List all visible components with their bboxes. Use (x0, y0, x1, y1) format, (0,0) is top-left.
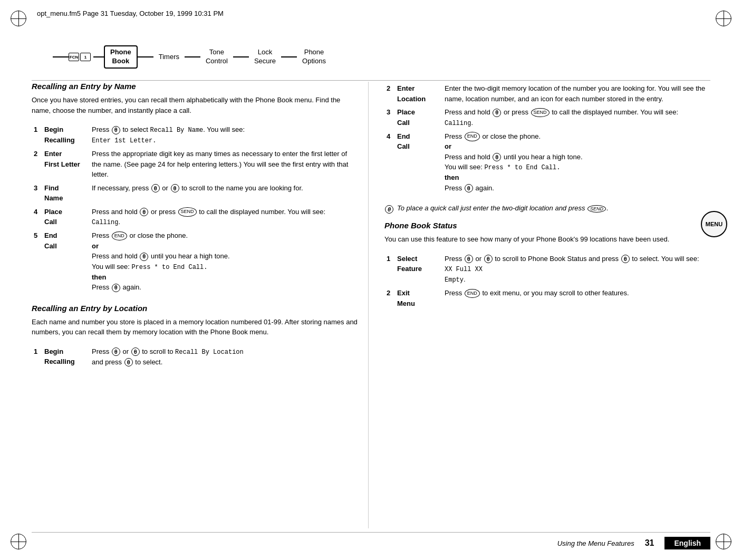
footer-page-number: 31 (645, 538, 654, 548)
theta-tip-icon: θ (385, 205, 393, 214)
or-text: or (445, 142, 451, 150)
steps-table-recall-name: 1 BeginRecalling Press θ to select Recal… (32, 123, 358, 294)
step-description: If necessary, press θ or θ to scroll to … (90, 181, 358, 205)
nav-divider (32, 80, 710, 81)
step-row: 2 EnterFirst Letter Press the appropriat… (32, 147, 358, 181)
theta-icon: θ (124, 358, 133, 366)
or-text: or (92, 242, 99, 250)
step-num: 3 (32, 181, 42, 205)
crosshair-bl (11, 534, 26, 549)
step-row: 1 BeginRecalling Press θ to select Recal… (32, 123, 358, 147)
step-label: SelectFeature (395, 252, 442, 287)
menu-button[interactable]: MENU (701, 211, 727, 237)
theta-icon: θ (112, 284, 120, 292)
nav-icons-group: FCN 1 (69, 53, 91, 61)
nav-connector-1 (93, 56, 104, 57)
step-num: 2 (384, 82, 395, 105)
step-description: Press θ to select Recall By Name. You wi… (90, 123, 358, 147)
step-label: BeginRecalling (42, 123, 90, 147)
mono-text: Press * to End Call. (131, 264, 207, 271)
mono-text: Calling (92, 219, 118, 226)
theta-icon: θ (171, 184, 179, 192)
section-title-recall-location: Recalling an Entry by Location (32, 304, 358, 313)
theta-icon: θ (621, 255, 630, 263)
step-description: Press END or close the phone. or Press a… (90, 229, 358, 294)
tab-timers[interactable]: Timers (153, 51, 185, 63)
section-intro-phone-book-status: You can use this feature to see how many… (384, 234, 710, 245)
tip-text: To place a quick call just enter the two… (397, 204, 609, 213)
step-num: 5 (32, 229, 42, 294)
file-info-bar: opt_menu.fm5 Page 31 Tuesday, October 19… (37, 9, 224, 17)
step-label: ExitMenu (395, 286, 442, 310)
mono-text: Enter 1st Letter. (92, 137, 156, 144)
send-button-icon: SEND (587, 205, 606, 213)
mono-text: Recall By Location (175, 349, 244, 356)
tip-line: θ To place a quick call just enter the t… (384, 204, 710, 214)
step-num: 2 (32, 147, 42, 181)
theta-icon: θ (140, 253, 148, 261)
step-label: EnterFirst Letter (42, 147, 90, 181)
nav-connector-3 (185, 56, 200, 57)
num1-icon[interactable]: 1 (80, 53, 91, 61)
theta-icon: θ (465, 255, 473, 263)
crosshair-tr (716, 11, 731, 26)
theta-icon: θ (112, 126, 120, 134)
tab-tone-control[interactable]: ToneControl (200, 46, 233, 67)
step-row: 2 EnterLocation Enter the two-digit memo… (384, 82, 710, 105)
step-num: 3 (384, 105, 395, 130)
left-column: Recalling an Entry by Name Once you have… (32, 82, 369, 528)
main-content: Recalling an Entry by Name Once you have… (32, 82, 710, 528)
right-column: 2 EnterLocation Enter the two-digit memo… (369, 82, 710, 528)
steps-table-location-continued: 2 EnterLocation Enter the two-digit memo… (384, 82, 710, 195)
step-num: 1 (384, 252, 395, 287)
step-description: Press and hold θ or press SEND to call t… (90, 205, 358, 229)
step-description: Press END or close the phone. or Press a… (442, 130, 710, 195)
fcn-icon[interactable]: FCN (69, 53, 79, 61)
step-row: 1 SelectFeature Press θ or θ to scroll t… (384, 252, 710, 287)
step-row: 4 EndCall Press END or close the phone. … (384, 130, 710, 195)
footer-language: English (664, 537, 710, 549)
theta-icon: θ (151, 184, 160, 192)
section-title-phone-book-status: Phone Book Status (384, 221, 710, 230)
step-label: FindName (42, 181, 90, 205)
tab-lock-secure[interactable]: LockSecure (249, 46, 281, 67)
theta-icon: θ (484, 255, 493, 263)
section-intro-recall-location: Each name and number you store is placed… (32, 317, 358, 337)
section-intro-recall-name: Once you have stored entries, you can re… (32, 95, 358, 115)
step-row: 3 FindName If necessary, press θ or θ to… (32, 181, 358, 205)
crosshair-tl (11, 11, 26, 26)
steps-table-phone-book-status: 1 SelectFeature Press θ or θ to scroll t… (384, 252, 710, 311)
step-description: Press END to exit menu, or you may scrol… (442, 286, 710, 310)
mono-text: Press * to End Call. (484, 164, 560, 171)
step-description: Press the appropriate digit key as many … (90, 147, 358, 181)
menu-button-container: MENU (701, 211, 727, 237)
step-label: EndCall (42, 229, 90, 294)
step-description: Press θ or θ to scroll to Recall By Loca… (90, 345, 358, 369)
step-label: PlaceCall (42, 205, 90, 229)
then-text: then (92, 273, 106, 281)
section-title-recall-name: Recalling an Entry by Name (32, 82, 358, 91)
mono-text: Recall By Name (150, 127, 203, 134)
theta-icon: θ (112, 347, 120, 356)
tab-phone-options[interactable]: PhoneOptions (297, 46, 331, 67)
send-button-icon: SEND (531, 108, 550, 118)
step-description: Enter the two-digit memory location of t… (442, 82, 710, 105)
step-label: EnterLocation (395, 82, 442, 105)
step-row: 4 PlaceCall Press and hold θ or press SE… (32, 205, 358, 229)
send-button-icon: SEND (178, 207, 197, 217)
step-num: 4 (384, 130, 395, 195)
step-label: EndCall (395, 130, 442, 195)
nav-tabs-area: FCN 1 Phone Book Timers ToneControl Lock… (53, 36, 700, 78)
footer: Using the Menu Features 31 English (32, 532, 710, 549)
theta-icon: θ (493, 153, 501, 161)
step-description: Press and hold θ or press SEND to call t… (442, 105, 710, 130)
end-button-icon: END (465, 132, 480, 141)
mono-text: XX Full XXEmpty (445, 266, 483, 284)
step-row: 5 EndCall Press END or close the phone. … (32, 229, 358, 294)
mono-text: Calling (445, 120, 471, 127)
step-row: 2 ExitMenu Press END to exit menu, or yo… (384, 286, 710, 310)
crosshair-br (716, 534, 731, 549)
tab-phone-book[interactable]: Phone Book (104, 45, 138, 69)
step-num: 4 (32, 205, 42, 229)
footer-label: Using the Menu Features (557, 539, 634, 547)
